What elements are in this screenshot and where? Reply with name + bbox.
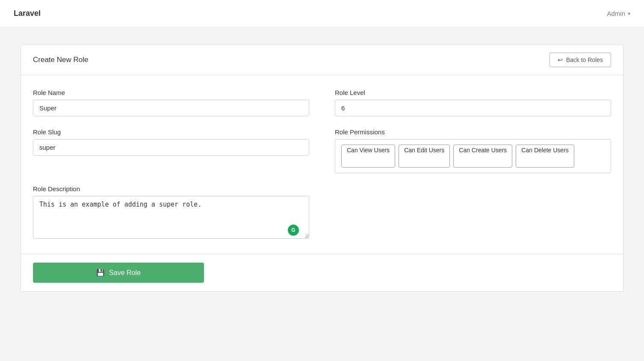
role-slug-group: Role Slug	[33, 128, 309, 173]
card-footer: 💾 Save Role	[21, 254, 623, 291]
create-role-card: Create New Role ↩ Back to Roles Role Nam…	[21, 44, 623, 292]
role-name-input[interactable]	[33, 100, 309, 116]
role-name-group: Role Name	[33, 89, 309, 116]
card-header: Create New Role ↩ Back to Roles	[21, 45, 623, 75]
permissions-container: Can View UsersCan Edit UsersCan Create U…	[335, 139, 611, 173]
page-title: Create New Role	[33, 56, 88, 64]
permission-badge: Can View Users	[341, 145, 395, 168]
back-icon: ↩	[558, 56, 563, 63]
main-content: Create New Role ↩ Back to Roles Role Nam…	[0, 27, 644, 309]
save-role-button[interactable]: 💾 Save Role	[33, 263, 204, 283]
chevron-down-icon: ▾	[628, 11, 630, 17]
user-label: Admin	[607, 10, 625, 17]
role-permissions-label: Role Permissions	[335, 128, 611, 136]
role-name-label: Role Name	[33, 89, 309, 96]
save-role-label: Save Role	[109, 269, 141, 277]
app-brand: Laravel	[14, 9, 41, 18]
role-description-input[interactable]: This is an example of adding a super rol…	[33, 196, 309, 239]
navbar: Laravel Admin ▾	[0, 0, 644, 27]
textarea-wrapper: This is an example of adding a super rol…	[33, 196, 309, 240]
grammarly-icon: G	[288, 225, 299, 236]
role-description-group: Role Description This is an example of a…	[33, 185, 309, 240]
user-menu[interactable]: Admin ▾	[607, 10, 630, 17]
role-permissions-group: Role Permissions Can View UsersCan Edit …	[335, 128, 611, 173]
card-body: Role Name Role Level Role Slug Role Perm…	[21, 75, 623, 254]
role-level-group: Role Level	[335, 89, 611, 116]
role-slug-input[interactable]	[33, 139, 309, 156]
back-to-roles-button[interactable]: ↩ Back to Roles	[549, 53, 611, 67]
role-slug-label: Role Slug	[33, 128, 309, 136]
form-grid: Role Name Role Level Role Slug Role Perm…	[33, 89, 611, 240]
permission-badge: Can Edit Users	[399, 145, 450, 168]
role-level-input[interactable]	[335, 100, 611, 116]
role-description-label: Role Description	[33, 185, 309, 192]
save-icon: 💾	[96, 269, 105, 277]
permission-badge: Can Create Users	[453, 145, 512, 168]
permission-badge: Can Delete Users	[516, 145, 574, 168]
role-level-label: Role Level	[335, 89, 611, 96]
back-button-label: Back to Roles	[566, 56, 603, 63]
